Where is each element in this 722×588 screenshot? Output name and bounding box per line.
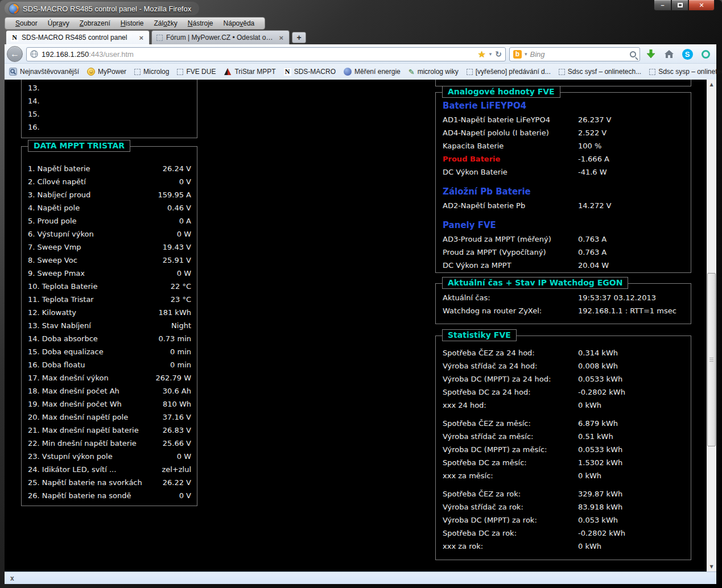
menu-bar: SouborÚpravyZobrazeníHistorieZáložkyNást… bbox=[5, 17, 716, 30]
row-label: 25. Napětí baterie na svorkách bbox=[28, 478, 142, 487]
menu-item-úpravy[interactable]: Úpravy bbox=[43, 18, 74, 28]
globe-icon bbox=[30, 50, 38, 58]
bookmark-item[interactable]: Microlog bbox=[134, 68, 169, 76]
tab-active[interactable]: NSDS-MACRO RS485 control panel× bbox=[6, 30, 150, 44]
scroll-up-icon[interactable]: ▲ bbox=[707, 80, 716, 89]
row-value: 0 W bbox=[177, 452, 191, 461]
browser-window: SDS-MACRO RS485 control panel - Mozilla … bbox=[0, 0, 722, 588]
pencil-icon: ✎ bbox=[409, 68, 415, 76]
url-dropdown-icon[interactable]: ▾ bbox=[489, 51, 492, 57]
list-item: 16. bbox=[22, 121, 197, 134]
table-row: 7. Sweep Vmp19.43 V bbox=[22, 241, 197, 254]
bookmark-item[interactable]: Sdsc sysf – onlinetech... bbox=[559, 68, 641, 76]
row-label: AD4-Napetí pololu (I baterie) bbox=[443, 129, 578, 137]
bookmark-label: [vyřešeno] předávání d... bbox=[476, 68, 551, 76]
row-value: 329.87 kWh bbox=[578, 490, 622, 498]
search-box[interactable]: b ▾ Bing bbox=[509, 47, 640, 61]
row-label: 21. Max dnešní napětí baterie bbox=[28, 426, 139, 434]
menu-item-záložky[interactable]: Záložky bbox=[149, 18, 181, 28]
panel-analog-legend: Analogové hodnoty FVE bbox=[442, 86, 560, 98]
tristar-icon bbox=[224, 68, 232, 76]
search-icon[interactable] bbox=[630, 51, 636, 57]
bookmark-item[interactable]: ☺MyPower bbox=[87, 68, 126, 76]
row-label: 6. Výstupní výkon bbox=[28, 230, 94, 238]
row-value: 0 min bbox=[170, 347, 191, 356]
search-engine-dropdown-icon[interactable]: ▾ bbox=[525, 51, 527, 57]
row-value: 0 W bbox=[177, 230, 191, 238]
row-value: 14.272 V bbox=[578, 201, 612, 210]
url-text[interactable]: 192.168.1.250:443/user.htm bbox=[42, 50, 474, 59]
row-value: 0 A bbox=[179, 217, 191, 225]
minimize-button[interactable]: – bbox=[654, 0, 671, 11]
new-tab-button[interactable]: + bbox=[292, 32, 306, 43]
row-value: 181 kWh bbox=[158, 308, 191, 317]
bookmark-label: TriStar MPPT bbox=[234, 68, 275, 76]
kv-row: Spotřeba DC za 24 hod:-0.2802 kWh bbox=[436, 386, 691, 399]
panel-analog: Analogové hodnoty FVE Baterie LiFEYPO4AD… bbox=[435, 92, 691, 273]
title-bar[interactable]: SDS-MACRO RS485 control panel - Mozilla … bbox=[0, 0, 722, 17]
row-label: 16. Doba floatu bbox=[28, 361, 85, 369]
scroll-down-icon[interactable]: ▼ bbox=[707, 562, 716, 572]
row-value: 22 °C bbox=[171, 282, 191, 291]
analog-body: Baterie LiFEYPO4AD1-Napětí baterie LiFeY… bbox=[436, 93, 691, 277]
row-label: xxx 24 hod: bbox=[443, 401, 578, 409]
menu-item-zobrazení[interactable]: Zobrazení bbox=[75, 18, 115, 28]
row-value: 0.008 kWh bbox=[578, 362, 618, 370]
bookmark-item[interactable]: ✎microlog wiky bbox=[409, 68, 459, 76]
menu-item-soubor[interactable]: Soubor bbox=[11, 18, 42, 28]
bookmark-item[interactable]: NSDS-MACRO bbox=[284, 68, 336, 76]
bookmark-item[interactable]: [vyřešeno] předávání d... bbox=[467, 68, 551, 76]
row-value: 6.879 kWh bbox=[578, 419, 618, 428]
tab-close-icon[interactable]: × bbox=[138, 34, 145, 42]
row-value: 26.24 V bbox=[163, 164, 191, 173]
row-value: 0 kWh bbox=[578, 471, 601, 480]
download-button[interactable] bbox=[643, 47, 658, 61]
maximize-icon bbox=[678, 3, 683, 7]
kv-row: Spotřeba ČEZ za rok:329.87 kWh bbox=[436, 487, 691, 500]
row-value: 0.314 kWh bbox=[578, 349, 618, 357]
table-row: 15. Doba equalizace0 min bbox=[22, 345, 197, 358]
list-item: 14. bbox=[22, 94, 197, 107]
bookmark-item[interactable]: Měření energie bbox=[344, 68, 401, 76]
list-item: 13. bbox=[22, 81, 197, 94]
menu-item-nástroje[interactable]: Nástroje bbox=[183, 18, 218, 28]
back-button[interactable]: ← bbox=[7, 46, 23, 62]
addon-bar-close-icon[interactable]: x bbox=[10, 574, 14, 582]
stats-body: Spotřeba ČEZ za 24 hod:0.314 kWhVýroba s… bbox=[436, 336, 691, 553]
bookmark-label: Microlog bbox=[143, 68, 169, 76]
bookmark-label: MyPower bbox=[98, 68, 126, 76]
kv-row: xxx za měsíc:0 kWh bbox=[436, 469, 691, 482]
scrollbar-thumb[interactable] bbox=[707, 273, 716, 446]
url-bar[interactable]: 192.168.1.250:443/user.htm ★ ▾ ↻ bbox=[26, 47, 506, 61]
kv-row: AD4-Napetí pololu (I baterie)2.522 V bbox=[436, 126, 691, 139]
menu-item-historie[interactable]: Historie bbox=[116, 18, 148, 28]
maximize-button[interactable] bbox=[671, 0, 688, 11]
addon-button[interactable] bbox=[698, 47, 713, 61]
vertical-scrollbar[interactable]: ▲ ▼ bbox=[707, 80, 716, 572]
bookmark-star-icon[interactable]: ★ bbox=[477, 49, 485, 60]
tab-inactive[interactable]: Fórum | MyPower.CZ • Odeslat odpo...× bbox=[151, 30, 290, 44]
bing-icon[interactable]: b bbox=[513, 50, 522, 59]
menu-item-nápověda[interactable]: Nápověda bbox=[219, 18, 259, 28]
row-label: Výroba střídač za rok: bbox=[443, 503, 578, 511]
table-row: 14. Doba absorbce0.73 min bbox=[22, 332, 197, 345]
bookmark-item[interactable]: TriStar MPPT bbox=[224, 68, 275, 76]
row-label: 3. Nabíjecí proud bbox=[28, 191, 90, 199]
bookmark-item[interactable]: Sdsc sysp – onlinetech... bbox=[649, 68, 722, 76]
tab-close-icon[interactable]: × bbox=[278, 34, 284, 42]
row-label: 13. Stav Nabíjení bbox=[28, 321, 91, 330]
row-value: 25.66 V bbox=[163, 439, 191, 448]
list-item-number: 15. bbox=[28, 110, 40, 118]
close-button[interactable]: ✕ bbox=[688, 0, 715, 11]
search-input[interactable]: Bing bbox=[530, 50, 627, 59]
bookmark-item[interactable]: FVE DUE bbox=[177, 68, 216, 76]
home-button[interactable] bbox=[662, 47, 676, 61]
table-row: 18. Max dnešní počet Ah30.6 Ah bbox=[22, 384, 197, 397]
row-label: Spotřeba ČEZ za rok: bbox=[443, 490, 578, 498]
reload-icon[interactable]: ↻ bbox=[495, 49, 502, 59]
addon-bar: x bbox=[5, 572, 716, 584]
bookmark-label: microlog wiky bbox=[418, 68, 459, 76]
panel-stats-legend: Statistiky FVE bbox=[442, 329, 517, 341]
skype-button[interactable]: S bbox=[680, 47, 695, 61]
bookmark-item[interactable]: Nejnavštěvovanější bbox=[9, 68, 79, 76]
